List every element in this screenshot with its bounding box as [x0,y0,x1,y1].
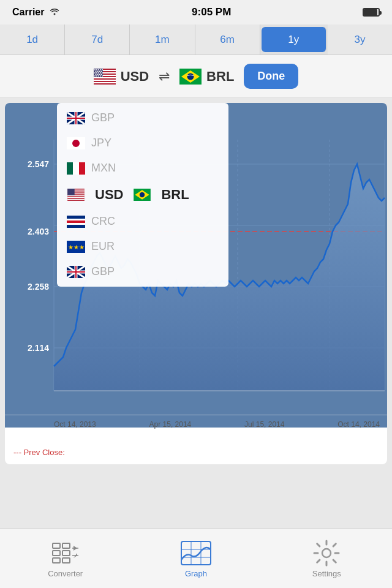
battery-area [363,8,380,17]
from-currency[interactable]: USD [94,69,149,85]
cr-flag-icon [67,216,85,228]
tab-settings[interactable]: Settings [262,529,392,588]
tab-converter-label: Converter [48,569,83,578]
svg-point-22 [95,74,96,75]
swap-icon[interactable]: ⇌ [159,69,170,85]
tab-settings-label: Settings [312,569,341,578]
br-flag-small-icon [133,189,151,201]
svg-point-56 [140,192,145,197]
svg-text:2.114: 2.114 [28,343,49,353]
time-display: 9:05 PM [192,6,231,18]
from-currency-label: USD [121,69,149,85]
wifi-icon [49,7,60,18]
dropdown-code-mxn: MXN [91,162,116,175]
tab-graph[interactable]: Graph [130,529,261,588]
x-label-0: Oct 14, 2013 [54,418,96,429]
svg-text:★★★: ★★★ [68,244,85,251]
graph-icon [180,540,212,567]
battery-icon [363,8,380,17]
tab-7d[interactable]: 7d [65,24,130,55]
x-label-3: Oct 14, 2014 [337,418,380,429]
svg-point-11 [100,69,101,70]
svg-text:2.403: 2.403 [28,227,49,236]
mx-flag-icon [67,162,85,175]
tab-3y[interactable]: 3y [328,24,392,55]
svg-point-16 [100,70,102,72]
svg-rect-6 [94,82,116,83]
svg-rect-61 [67,225,85,228]
svg-point-20 [100,72,101,74]
svg-point-42 [72,140,80,147]
svg-point-10 [98,69,99,70]
br-flag-icon [179,69,202,85]
svg-point-102 [322,549,331,557]
carrier-wifi: Carrier [12,7,60,18]
svg-rect-87 [53,543,60,548]
carrier-label: Carrier [12,7,44,18]
svg-point-14 [97,70,98,72]
done-button[interactable]: Done [244,64,298,89]
tab-1m[interactable]: 1m [130,24,195,55]
svg-rect-43 [67,162,73,175]
dropdown-code-crc: CRC [91,215,115,228]
dropdown-code-gbp1: GBP [91,111,115,124]
tab-1y[interactable]: 1y [262,27,326,52]
x-label-2: Jul 15, 2014 [244,418,284,429]
svg-point-23 [97,74,98,75]
svg-line-107 [317,543,320,546]
prev-close-label: --- Prev Close: [13,448,65,457]
svg-line-108 [333,560,336,562]
svg-point-17 [94,72,96,74]
svg-point-28 [98,75,99,77]
svg-rect-89 [53,558,60,563]
us-flag-small-icon [67,189,85,201]
svg-rect-45 [79,162,85,175]
to-currency[interactable]: BRL [179,69,234,85]
svg-line-110 [317,560,320,562]
tab-6m[interactable]: 6m [195,24,260,55]
svg-rect-52 [67,199,85,200]
dropdown-code-gbp2: GBP [91,265,115,278]
svg-point-15 [99,70,100,72]
svg-rect-92 [62,558,70,563]
svg-rect-51 [67,197,85,198]
svg-point-18 [96,72,97,74]
tab-1d[interactable]: 1d [0,24,65,55]
dropdown-code-usd: USD [95,187,123,203]
svg-point-12 [102,69,103,70]
dropdown-code-brl: BRL [161,187,189,203]
dropdown-item-gbp2[interactable]: GBP [57,259,228,284]
svg-rect-97 [181,541,211,565]
tab-bar: Converter Graph [0,529,392,588]
period-tabs: 1d 7d 1m 6m 1y 3y [0,24,392,55]
eu-flag-icon: ★★★ [67,241,85,253]
dropdown-item-selected[interactable]: USD BRL [57,181,228,209]
tab-graph-label: Graph [185,569,207,578]
svg-rect-5 [94,80,116,81]
x-label-1: Apr 15, 2014 [149,418,192,429]
status-bar: Carrier 9:05 PM [0,0,392,24]
svg-rect-53 [67,189,75,195]
dropdown-code-jpy: JPY [91,137,111,149]
dropdown-item-crc[interactable]: CRC [57,209,228,234]
svg-rect-50 [67,195,85,197]
jp-flag-icon [67,137,85,149]
dropdown-item-gbp1[interactable]: GBP [57,105,228,130]
svg-rect-90 [62,543,70,548]
dropdown-item-jpy[interactable]: JPY [57,130,228,156]
svg-point-27 [96,75,97,77]
svg-text:2.547: 2.547 [28,159,49,169]
svg-rect-91 [62,551,70,556]
to-currency-label: BRL [206,69,234,85]
svg-rect-57 [67,216,85,219]
svg-rect-58 [67,219,85,221]
svg-point-30 [102,75,103,77]
converter-icon [50,540,81,567]
tab-converter[interactable]: Converter [0,529,130,588]
dropdown-item-eur[interactable]: ★★★ EUR [57,234,228,259]
currency-bar: USD ⇌ BRL Done [0,55,392,98]
currency-dropdown[interactable]: GBP JPY MXN [57,103,228,287]
dropdown-item-mxn[interactable]: MXN [57,156,228,181]
svg-rect-4 [94,77,116,78]
svg-point-29 [100,75,101,77]
